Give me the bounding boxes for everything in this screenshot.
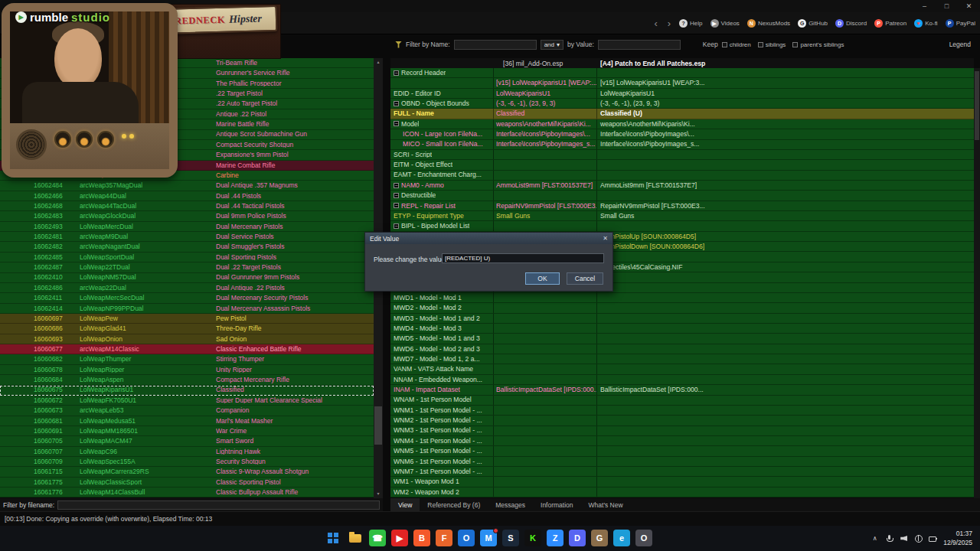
detail-row[interactable]: EAMT - Enchantment Charg...	[390, 171, 974, 181]
youtube-icon[interactable]: ▶	[391, 530, 408, 546]
zoom-icon[interactable]: Z	[547, 530, 564, 546]
detail-row[interactable]: WNM1 - 1st Person Model - ...	[390, 406, 974, 416]
legend-link[interactable]: Legend	[949, 41, 971, 48]
collapse-icon[interactable]: −	[394, 70, 399, 76]
collapse-icon[interactable]: −	[394, 183, 399, 188]
filter-value-input[interactable]	[598, 40, 681, 50]
nav-forward-icon[interactable]: ›	[666, 18, 672, 29]
detail-row[interactable]: MWD5 - Model - Mod 1 and 3	[390, 334, 974, 344]
column-header-patch[interactable]: [A4] Patch to End All Patches.esp	[597, 60, 974, 67]
detail-row[interactable]: WM1 - Weapon Mod 1	[390, 477, 974, 487]
scroll-up-icon[interactable]: ▴	[374, 58, 383, 67]
tree-row[interactable]: 16060686LolWeapGlad41Three-Day Rifle	[0, 324, 374, 334]
detail-row[interactable]: −NAM0 - AmmoAmmoList9mm [FLST:001537E7]A…	[390, 181, 974, 191]
network-icon[interactable]	[914, 534, 923, 543]
tree-row[interactable]: 16060681LolWeapMedusa51Marl's Meat Mashe…	[0, 416, 374, 426]
nav-item-ko-fi[interactable]: ♥Ko-fi	[914, 19, 937, 28]
filter-name-input[interactable]	[454, 40, 537, 50]
tree-row[interactable]: 16062482arcWeapNagantDualDual Smuggler's…	[0, 242, 374, 252]
collapse-icon[interactable]: −	[394, 223, 399, 229]
tree-row[interactable]: 16060678LolWeapRipperUnity Ripper	[0, 365, 374, 375]
collapse-icon[interactable]: −	[394, 193, 399, 198]
nav-item-paypal[interactable]: PPayPal	[946, 19, 975, 28]
tree-row[interactable]: 16061775LolWeapClassicSportClassic Sport…	[0, 478, 374, 487]
tree-row[interactable]: 16062486arcWeap22DualDual Antique .22 Pi…	[0, 283, 374, 293]
steam-icon[interactable]: S	[502, 530, 519, 546]
detail-row[interactable]: WNM6 - 1st Person Model - ...	[390, 457, 974, 467]
nav-item-patreon[interactable]: PPatreon	[874, 19, 906, 28]
detail-row[interactable]: EDID - Editor IDLolWeapKiparisU1LolWeapK…	[390, 89, 974, 99]
detail-row[interactable]: MWD3 - Model - Mod 1 and 2	[390, 314, 974, 324]
detail-row[interactable]: [v15] LolWeapKiparisU1 [WEAP:...[v15] Lo…	[390, 78, 974, 88]
detail-row[interactable]: SCRI - Script	[390, 150, 974, 160]
tree-row[interactable]: 16060684LolWeapAspenCompact Mercenary Ri…	[0, 375, 374, 385]
close-button[interactable]: ✕	[958, 0, 980, 12]
cancel-button[interactable]: Cancel	[567, 272, 603, 285]
right-scrollbar[interactable]	[974, 68, 980, 498]
detail-row[interactable]: MWD4 - Model - Mod 3	[390, 324, 974, 334]
detail-row[interactable]: NNAM - Embedded Weapon...	[390, 375, 974, 385]
detail-row[interactable]: EITM - Object Effect	[390, 160, 974, 170]
detail-row[interactable]: WM2 - Weapon Mod 2	[390, 487, 974, 497]
hidden-icons-chevron-icon[interactable]: ∧	[871, 534, 879, 543]
nav-item-nexusmods[interactable]: NNexusMods	[747, 19, 790, 28]
detail-row[interactable]: ICON - Large Icon FileNa...Interface\Ico…	[390, 129, 974, 139]
tree-row[interactable]: 16060709LolWeapSpec155ASecurity Shotgun	[0, 457, 374, 467]
tree-row[interactable]: 16062485LolWeapSportDualDual Sporting Pi…	[0, 253, 374, 262]
tab-messages[interactable]: Messages	[488, 498, 533, 511]
tab-view[interactable]: View	[390, 498, 420, 511]
detail-row[interactable]: WNM5 - 1st Person Model - ...	[390, 446, 974, 456]
tree-row[interactable]: 16060673arcWeapLeb53Companion	[0, 406, 374, 416]
obs-icon[interactable]: O	[635, 530, 652, 546]
speaker-icon[interactable]	[900, 534, 908, 543]
detail-row[interactable]: −Record Header	[390, 68, 974, 78]
windows-start-icon[interactable]	[325, 530, 341, 546]
tree-row[interactable]: 16062487LolWeap22TDualDual .22 Target Pi…	[0, 262, 374, 272]
tree-row[interactable]: 16060682LolWeapThumperStirring Thumper	[0, 354, 374, 364]
dialog-titlebar[interactable]: Edit Value ✕	[365, 233, 612, 244]
nav-item-help[interactable]: ?Help	[679, 19, 702, 28]
scroll-thumb[interactable]	[975, 71, 979, 140]
checkbox-icon[interactable]	[758, 42, 763, 47]
tree-row[interactable]: 16062414LolWeapNP99PPDualDual Mercenary …	[0, 304, 374, 314]
detail-row[interactable]: MWD1 - Model - Mod 1	[390, 293, 974, 303]
keep-checkbox-siblings[interactable]: siblings	[758, 41, 786, 48]
scroll-down-icon[interactable]: ▾	[374, 490, 383, 498]
tab-what-s-new[interactable]: What's New	[581, 498, 631, 511]
detail-row[interactable]: ETYP - Equipment TypeSmall GunsSmall Gun…	[390, 211, 974, 221]
nav-item-discord[interactable]: DDiscord	[835, 19, 867, 28]
checkbox-icon[interactable]	[792, 42, 798, 47]
tree-row[interactable]: 16061715LolWeapMCarrera29RSClassic 9-Wra…	[0, 467, 374, 477]
detail-row[interactable]: FULL - NameClassifiedClassified (U)	[390, 109, 974, 119]
tree-row[interactable]: 16062411LolWeapMercSecDualDual Mercenary…	[0, 293, 374, 303]
detail-row[interactable]: MICO - Small Icon FileNa...Interface\Ico…	[390, 140, 974, 150]
tree-row[interactable]: 16060675LolWeapKiparisU1Classified	[0, 386, 374, 396]
firefox-icon[interactable]: F	[436, 530, 452, 546]
tree-row[interactable]: 16060705LolWeapMACM47Smart Sword	[0, 436, 374, 446]
tree-row[interactable]: 16062493LolWeapMercDualDual Mercenary Pi…	[0, 222, 374, 232]
nav-back-icon[interactable]: ‹	[652, 18, 658, 29]
battery-icon[interactable]	[929, 534, 937, 543]
collapse-icon[interactable]: −	[394, 101, 399, 106]
kick-icon[interactable]: K	[524, 530, 541, 546]
brave-icon[interactable]: B	[413, 530, 430, 546]
value-input[interactable]	[442, 253, 604, 263]
outlook-icon[interactable]: O	[458, 530, 475, 546]
detail-row[interactable]: −REPL - Repair ListRepairNV9mmPistol [FL…	[390, 201, 974, 211]
tree-row[interactable]: 16060672LolWeapFK7050U1Super Duper Mart …	[0, 396, 374, 406]
tree-row[interactable]: 16062481arcWeapM9DualDual Service Pistol…	[0, 232, 374, 242]
detail-row[interactable]: MWD2 - Model - Mod 2	[390, 303, 974, 313]
taskbar-clock[interactable]: 01:37 12/9/2025	[943, 530, 972, 546]
detail-row[interactable]: WNAM - 1st Person Model	[390, 396, 974, 406]
ok-button[interactable]: OK	[525, 272, 560, 285]
detail-row[interactable]: VANM - VATS Attack Name	[390, 364, 974, 374]
nav-item-github[interactable]: GGitHub	[798, 19, 828, 28]
tree-row[interactable]: 16062466arcWeap44DualDual .44 Pistols	[0, 191, 374, 201]
detail-row[interactable]: INAM - Impact DatasetBallisticImpactData…	[390, 385, 974, 395]
tree-row[interactable]: 16060697LolWeapPewPew Pistol	[0, 314, 374, 324]
messenger-icon[interactable]: M	[480, 530, 497, 546]
filter-operator-select[interactable]: and ▾	[541, 40, 564, 50]
detail-row[interactable]: MWD6 - Model - Mod 2 and 3	[390, 344, 974, 354]
minimize-button[interactable]: –	[913, 0, 936, 12]
gimp-icon[interactable]: G	[591, 530, 608, 546]
